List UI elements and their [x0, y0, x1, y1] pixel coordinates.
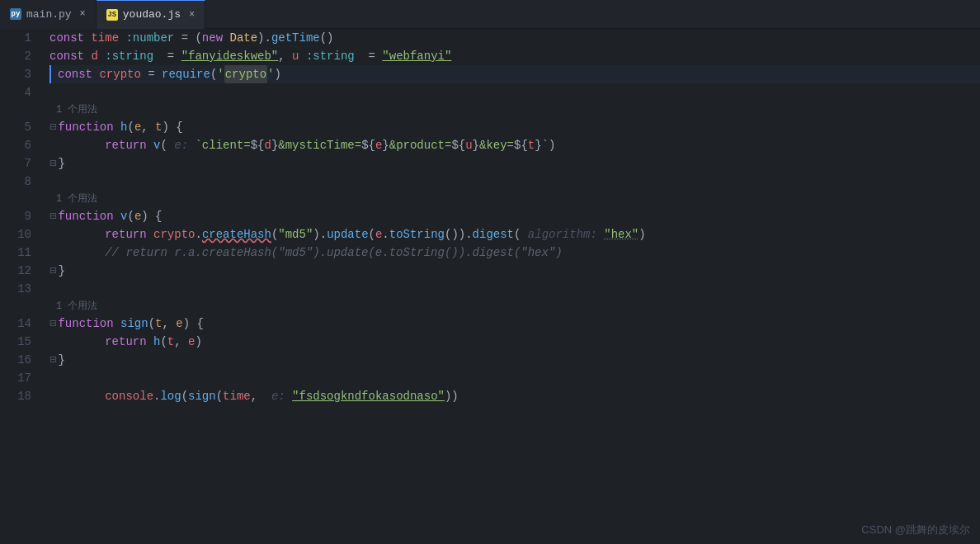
line-num-7: 7: [0, 154, 31, 173]
section-comment-3: 1 个用法: [49, 298, 980, 315]
line-num-4: 4: [0, 83, 31, 102]
js-icon: JS: [106, 9, 118, 21]
code-line-18: console.log(sign(time, e: "fsdsogkndfoka…: [49, 387, 980, 405]
line-num-14: 14: [0, 315, 31, 333]
line-num-1: 1: [0, 29, 31, 47]
code-line-6: return v( e: `client=${d}&mysticTime=${e…: [49, 136, 980, 154]
line-num-10: 10: [0, 225, 31, 244]
close-icon-main-py[interactable]: ×: [80, 8, 86, 20]
section-comment-2: 1 个用法: [49, 191, 980, 207]
code-line-16: ⊟}: [49, 351, 980, 369]
line-num-comment2: [0, 191, 31, 207]
code-line-17: [49, 369, 980, 387]
code-line-9: ⊟function v(e) {: [49, 207, 980, 225]
line-num-9: 9: [0, 207, 31, 225]
tab-main-py[interactable]: py main.py ×: [0, 0, 97, 29]
tab-youdao-js[interactable]: JS youdao.js ×: [97, 0, 205, 29]
code-line-5: ⊟function h(e, t) {: [49, 118, 980, 136]
line-num-11: 11: [0, 244, 31, 262]
line-num-13: 13: [0, 280, 31, 298]
code-line-1: const time :number = (new Date).getTime(…: [49, 29, 980, 47]
code-line-7: ⊟}: [49, 154, 980, 173]
line-num-5: 5: [0, 118, 31, 136]
line-num-12: 12: [0, 262, 31, 280]
line-num-comment3: [0, 298, 31, 315]
code-line-11: // return r.a.createHash("md5").update(e…: [49, 244, 980, 262]
code-line-13: [49, 280, 980, 298]
line-num-comment1: [0, 102, 31, 118]
line-numbers: 1 2 3 4 5 6 7 8 9 10 11 12 13 14 15 16 1…: [0, 29, 41, 544]
code-line-2: const d :string = "fanyideskweb", u :str…: [49, 47, 980, 65]
line-num-3: 3: [0, 65, 31, 83]
code-line-14: ⊟function sign(t, e) {: [49, 315, 980, 333]
line-num-18: 18: [0, 387, 31, 405]
tab-bar: py main.py × JS youdao.js ×: [0, 0, 980, 29]
line-num-16: 16: [0, 351, 31, 369]
line-num-2: 2: [0, 47, 31, 65]
py-icon: py: [10, 8, 21, 20]
code-line-3: const crypto = require('crypto'): [49, 65, 980, 83]
code-line-4: [49, 83, 980, 102]
line-num-8: 8: [0, 173, 31, 191]
line-num-6: 6: [0, 136, 31, 154]
editor: 1 2 3 4 5 6 7 8 9 10 11 12 13 14 15 16 1…: [0, 29, 980, 544]
close-icon-youdao-js[interactable]: ×: [189, 9, 195, 21]
tab-label-youdao-js: youdao.js: [123, 8, 181, 21]
line-num-15: 15: [0, 333, 31, 351]
code-line-15: return h(t, e): [49, 333, 980, 351]
section-comment-1: 1 个用法: [49, 102, 980, 118]
code-line-8: [49, 173, 980, 191]
tab-label-main-py: main.py: [26, 8, 72, 21]
watermark: CSDN @跳舞的皮埃尔: [861, 523, 970, 537]
code-area[interactable]: const time :number = (new Date).getTime(…: [41, 29, 980, 544]
code-line-12: ⊟}: [49, 262, 980, 280]
line-num-17: 17: [0, 369, 31, 387]
code-line-10: return crypto.createHash("md5").update(e…: [49, 225, 980, 244]
